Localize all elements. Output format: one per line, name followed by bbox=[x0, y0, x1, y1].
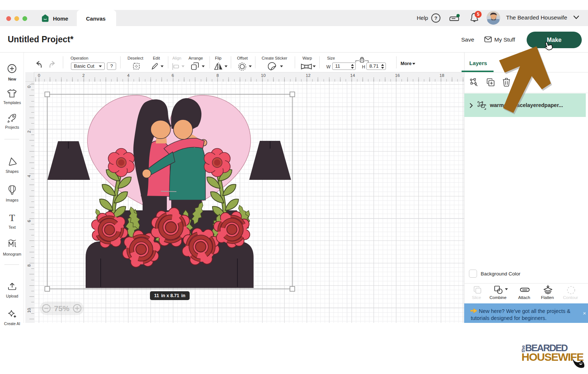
svg-text:?: ? bbox=[434, 15, 437, 21]
svg-text:75%: 75% bbox=[54, 304, 69, 313]
svg-text:5: 5 bbox=[477, 12, 480, 17]
